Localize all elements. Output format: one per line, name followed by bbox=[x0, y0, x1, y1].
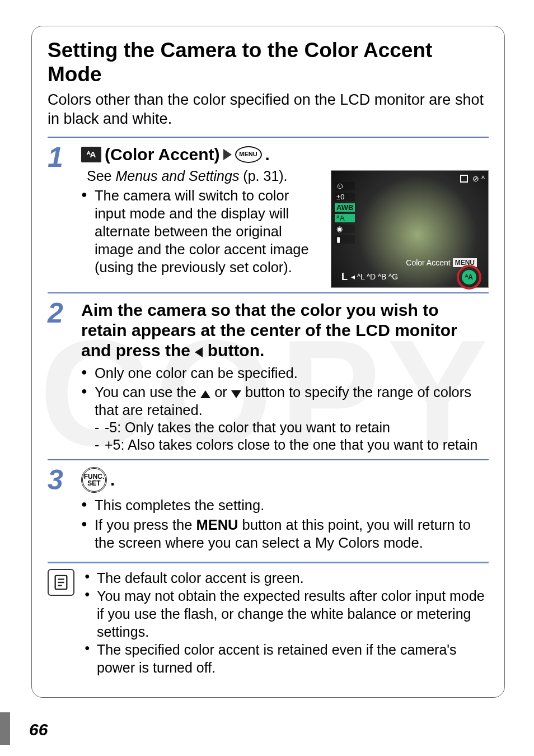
see-reference: See Menus and Settings (p. 31). bbox=[87, 168, 323, 184]
selected-mycolors-chip: ᴬA bbox=[462, 270, 476, 284]
lcd-mode-label: Color Accent bbox=[406, 258, 450, 267]
rec-mode-icon bbox=[460, 175, 468, 183]
side-tab bbox=[0, 712, 10, 745]
highlight-circle-icon: ᴬA bbox=[457, 265, 481, 290]
step-3-bullet-2: If you press the MENU button at this poi… bbox=[81, 516, 489, 552]
step-2: 2 Aim the camera so that the color you w… bbox=[48, 292, 489, 460]
step-2-sub-2: +5: Also takes colors close to the one t… bbox=[95, 436, 489, 454]
step-1-number: 1 bbox=[48, 142, 81, 171]
menu-button-icon: MENU bbox=[235, 146, 262, 163]
awb-indicator: AWB bbox=[335, 203, 355, 212]
metering-icon: ◉ bbox=[335, 225, 355, 233]
note-box: The default color accent is green. You m… bbox=[48, 562, 489, 676]
step-2-bullet-2: You can use the or button to specify the… bbox=[81, 383, 489, 454]
step-1-heading: ᴬA (Color Accent) MENU . bbox=[81, 144, 489, 165]
down-arrow-icon bbox=[231, 390, 241, 398]
step-2-number: 2 bbox=[48, 298, 81, 327]
intro-text: Colors other than the color specified on… bbox=[48, 91, 489, 129]
step-3: 3 FUNC. SET . This completes the setting… bbox=[48, 459, 489, 557]
mycolors-indicator: ᴬA bbox=[335, 214, 355, 222]
size-indicator: L bbox=[341, 271, 348, 283]
step-3-number: 3 bbox=[48, 465, 81, 494]
ev-readout: ±0 bbox=[335, 193, 355, 201]
up-arrow-icon bbox=[200, 390, 210, 398]
page-title: Setting the Camera to the Color Accent M… bbox=[48, 39, 489, 86]
drive-icon: ▮ bbox=[335, 235, 355, 244]
period: . bbox=[265, 144, 270, 165]
content-frame: Setting the Camera to the Color Accent M… bbox=[31, 26, 505, 698]
memo-icon bbox=[48, 569, 74, 596]
step-3-heading: FUNC. SET . bbox=[81, 467, 489, 493]
step-1-bullet: The camera will switch to color input mo… bbox=[81, 186, 323, 277]
page-number: 66 bbox=[29, 720, 48, 739]
step-3-bullet-1: This completes the setting. bbox=[81, 496, 489, 514]
period: . bbox=[110, 470, 115, 490]
note-2: You may not obtain the expected results … bbox=[85, 587, 489, 641]
flash-off-icon: ⊘ ᴬ bbox=[472, 174, 485, 183]
left-arrow-icon bbox=[195, 347, 203, 357]
mycolors-strip: ◂ ᴬL ᴬD ᴬB ᴬG bbox=[351, 272, 398, 281]
color-accent-icon: ᴬA bbox=[81, 147, 101, 162]
step-2-sub-1: -5: Only takes the color that you want t… bbox=[95, 419, 489, 436]
note-1: The default color accent is green. bbox=[85, 569, 489, 587]
timer-icon: ⏲ bbox=[335, 182, 355, 190]
note-3: The specified color accent is retained e… bbox=[85, 641, 489, 676]
step-2-heading: Aim the camera so that the color you wis… bbox=[81, 300, 489, 361]
func-set-button-icon: FUNC. SET bbox=[81, 467, 107, 493]
step-1: 1 ᴬA (Color Accent) MENU . See Menus and… bbox=[48, 137, 489, 292]
right-arrow-icon bbox=[223, 149, 232, 160]
lcd-preview-thumbnail: ⊘ ᴬ ⏲ ±0 AWB ᴬA ◉ ▮ Color Ac bbox=[331, 170, 489, 288]
document-note-icon bbox=[53, 574, 69, 591]
step-2-bullet-1: Only one color can be specified. bbox=[81, 364, 489, 382]
step-1-heading-text: (Color Accent) bbox=[105, 144, 220, 165]
